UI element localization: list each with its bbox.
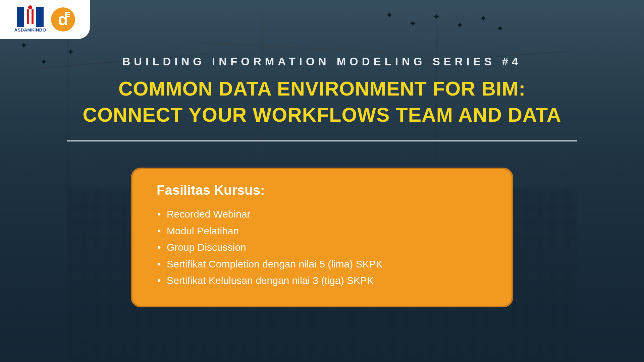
panel-heading: Fasilitas Kursus: [157, 183, 487, 198]
asdamkindo-logo-text: ASDAMKINDO [14, 27, 46, 33]
list-item: Modul Pelatihan [167, 223, 487, 239]
list-item: Group Discussion [167, 239, 487, 256]
list-item: Sertifikat Kelulusan dengan nilai 3 (tig… [167, 272, 487, 289]
asdamkindo-logo: ASDAMKINDO [15, 4, 46, 35]
asdamkindo-logo-icon [17, 7, 44, 27]
facilities-list: Recorded Webinar Modul Pelatihan Group D… [157, 206, 487, 289]
logo-badge: ASDAMKINDO d [0, 0, 90, 39]
course-title: COMMON DATA ENVIRONMENT FOR BIM: CONNECT… [47, 76, 597, 128]
partner-logo-letter: d [58, 10, 68, 29]
title-divider [67, 140, 577, 141]
title-line-2: CONNECT YOUR WORKFLOWS TEAM AND DATA [47, 102, 597, 128]
hero-content: BUILDING INFORMATION MODELING SERIES #4 … [0, 0, 644, 141]
facilities-panel: Fasilitas Kursus: Recorded Webinar Modul… [131, 168, 513, 307]
list-item: Sertifikat Completion dengan nilai 5 (li… [167, 256, 487, 273]
series-label: BUILDING INFORMATION MODELING SERIES #4 [47, 55, 597, 68]
list-item: Recorded Webinar [167, 206, 487, 223]
title-line-1: COMMON DATA ENVIRONMENT FOR BIM: [47, 76, 597, 102]
partner-logo: d [51, 7, 75, 32]
